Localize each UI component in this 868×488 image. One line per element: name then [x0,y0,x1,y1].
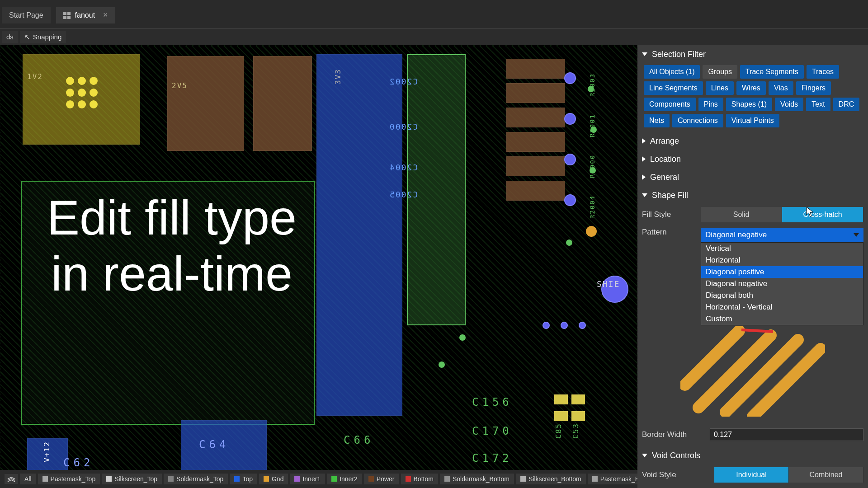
layer-item[interactable]: Pastemask_Top [38,474,100,484]
pcb-ref: R2003 [589,73,596,97]
pattern-option[interactable]: Horizontal - Vertical [701,301,863,313]
pcb-ref: C53 [571,423,580,439]
layer-label: Inner1 [302,475,321,483]
section-location[interactable]: Location [642,150,863,168]
filter-chip[interactable]: Connections [672,114,723,127]
pcb-ref: SHIE [597,279,620,289]
pcb-ref: R2004 [589,195,596,219]
color-swatch [294,476,300,482]
layer-item[interactable]: Bottom [401,474,438,484]
filter-chip[interactable]: Nets [644,114,670,127]
pcb-ref: C2002 [389,77,418,86]
section-void-controls[interactable]: Void Controls [642,446,863,465]
color-swatch [106,476,112,482]
tab-label: Start Page [9,11,43,19]
layer-label: Soldermask_Bottom [453,475,509,483]
pattern-dropdown[interactable]: Diagonal negative VerticalHorizontalDiag… [701,228,863,242]
tab-fanout[interactable]: fanout × [56,7,115,23]
layer-item[interactable]: Top [230,474,257,484]
color-swatch [264,476,269,482]
layer-item[interactable]: Soldermask_Top [164,474,228,484]
hatch-preview [642,322,863,421]
color-swatch [406,476,411,482]
filter-chip[interactable]: Fingers [796,81,831,95]
layer-label: Bottom [414,475,434,483]
section-general[interactable]: General [642,168,863,186]
section-shape-fill[interactable]: Shape Fill [642,186,863,204]
pattern-option[interactable]: Horizontal [701,254,863,266]
pattern-option[interactable]: Diagonal negative [701,278,863,290]
pcb-ref: 1V2 [27,72,43,81]
properties-panel: Selection Filter All Objects (1)GroupsTr… [637,45,868,488]
fill-style-solid[interactable]: Solid [701,207,782,222]
label-fill-style: Fill Style [642,210,696,219]
pattern-option[interactable]: Diagonal both [701,290,863,301]
layer-label: Power [377,475,395,483]
chevron-right-icon [642,138,646,144]
filter-chip[interactable]: Line Segments [644,81,703,95]
pattern-option[interactable]: Vertical [701,243,863,254]
layer-label: Inner2 [340,475,358,483]
close-icon[interactable]: × [103,10,108,20]
overlay-caption: Edit fill type in real-time [27,190,316,302]
pcb-canvas[interactable]: C156 C170 C172 C64 1V2 2V5 3V3 V+12 C66 … [0,45,637,488]
color-swatch [592,476,598,482]
chevron-down-icon [854,233,859,237]
pcb-ref: C170 [472,425,513,437]
filter-chip[interactable]: Voids [775,98,803,111]
color-swatch [368,476,374,482]
layer-visibility-icon[interactable] [5,474,18,484]
tab-start-page[interactable]: Start Page [2,7,51,23]
filter-chip[interactable]: All Objects (1) [644,65,700,79]
label-border-width: Border Width [642,430,705,439]
section-selection-filter[interactable]: Selection Filter [642,45,863,63]
chevron-right-icon [642,156,646,162]
pcb-ref: C64 [199,438,229,451]
filter-chip[interactable]: Components [644,98,696,111]
pattern-option[interactable]: Custom [701,313,863,325]
filter-chip[interactable]: Traces [807,65,839,79]
toolbar: ds ↖ Snapping [0,29,868,45]
pcb-ref: R2001 [589,114,596,137]
filter-chip[interactable]: Trace Segments [740,65,804,79]
layer-label: Silkscreen_Bottom [528,475,581,483]
filter-chip[interactable]: Text [806,98,830,111]
layer-item[interactable]: Power [364,474,399,484]
color-swatch [444,476,450,482]
layer-item[interactable]: Silkscreen_Top [102,474,162,484]
fill-style-crosshatch[interactable]: Cross-hatch [782,207,863,222]
border-width-input[interactable] [710,428,863,441]
section-arrange[interactable]: Arrange [642,132,863,150]
layer-item[interactable]: Pastemask_Bott [588,474,637,484]
pcb-ref: 3V3 [334,69,342,84]
filter-chip[interactable]: Pins [698,98,723,111]
layer-all[interactable]: All [20,474,36,484]
void-individual[interactable]: Individual [714,467,789,483]
pcb-ref: C62 [63,456,94,469]
filter-chip[interactable]: Wires [736,81,766,95]
filter-chip[interactable]: Shapes (1) [726,98,772,111]
dropdown-selected: Diagonal negative [705,230,767,239]
pcb-ref: V+12 [42,441,51,462]
pattern-option[interactable]: Diagonal positive [701,266,863,278]
filter-chip[interactable]: Vias [769,81,793,95]
layer-item[interactable]: Soldermask_Bottom [440,474,514,484]
cursor-icon: ↖ [24,33,30,41]
filter-chip[interactable]: DRC [833,98,860,111]
layer-item[interactable]: Silkscreen_Bottom [516,474,586,484]
tool-ds[interactable]: ds [2,31,18,43]
layer-item[interactable]: Inner2 [327,474,362,484]
void-combined[interactable]: Combined [789,467,863,483]
grid-icon [63,12,71,19]
layer-item[interactable]: Gnd [259,474,288,484]
layer-label: Soldermask_Top [176,475,223,483]
tool-snapping[interactable]: ↖ Snapping [20,31,66,43]
filter-chip[interactable]: Virtual Points [726,114,779,127]
color-swatch [42,476,48,482]
layer-label: Pastemask_Top [51,475,96,483]
pcb-ref: C66 [344,434,374,446]
filter-chip[interactable]: Lines [706,81,734,95]
filter-chip[interactable]: Groups [703,65,737,79]
layer-item[interactable]: Inner1 [290,474,325,484]
label-pattern: Pattern [642,228,696,237]
